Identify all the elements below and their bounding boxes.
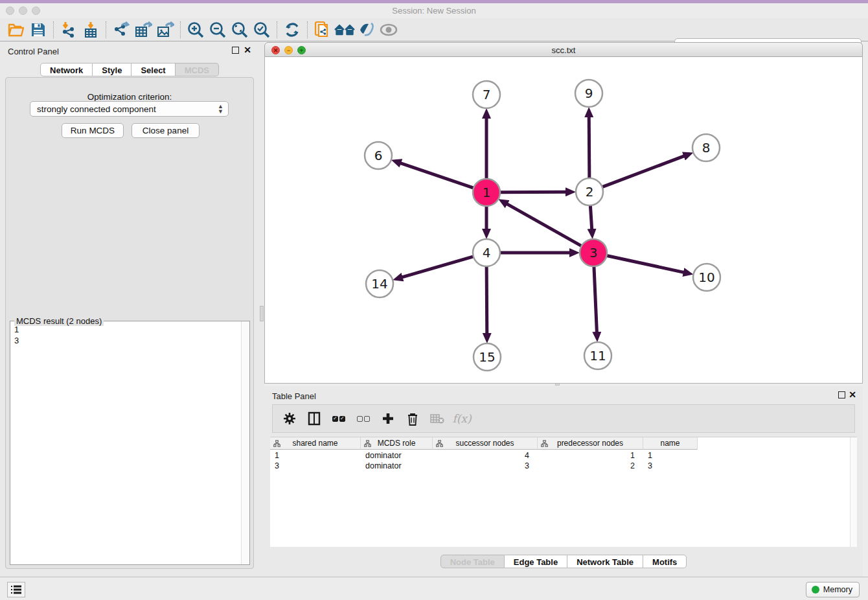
criterion-dropdown[interactable]: strongly connected component ▲▼ xyxy=(30,101,229,117)
graph-node-label: 8 xyxy=(702,140,711,156)
graph-edge-4-15[interactable] xyxy=(486,266,487,334)
fx-icon: f(x) xyxy=(452,412,471,425)
zoom-selected-icon xyxy=(253,21,270,38)
tab-network-table[interactable]: Network Table xyxy=(567,555,643,568)
open-session-button[interactable] xyxy=(5,20,27,40)
tab-node-table[interactable]: Node Table xyxy=(440,555,505,568)
save-session-button[interactable] xyxy=(27,20,49,40)
table-cell[interactable]: 1 xyxy=(270,450,361,461)
first-neighbors-button[interactable] xyxy=(334,20,356,40)
graph-edge-3-11[interactable] xyxy=(594,266,597,333)
run-mcds-button[interactable]: Run MCDS xyxy=(62,123,124,138)
table-panel-tabs: Node TableEdge TableNetwork TableMotifs xyxy=(264,555,863,568)
dropdown-stepper-icon: ▲▼ xyxy=(218,104,223,114)
settings-gear-button[interactable] xyxy=(282,411,297,426)
tab-select[interactable]: Select xyxy=(131,63,175,76)
graph-node-label: 6 xyxy=(374,148,383,163)
graph-edge-3-1[interactable] xyxy=(506,203,581,246)
table-scrollbar[interactable] xyxy=(850,437,857,547)
apply-layout-button[interactable] xyxy=(281,20,303,40)
table-cell[interactable]: 3 xyxy=(643,461,698,471)
close-panel-button[interactable]: Close panel xyxy=(131,123,200,138)
column-header-successor-nodes[interactable]: successor nodes xyxy=(433,437,538,450)
delete-column-button[interactable] xyxy=(405,411,420,426)
table-panel: Table Panel ✕ xyxy=(264,386,863,577)
trash-icon xyxy=(407,412,418,426)
optimization-criterion-label: Optimization criterion: xyxy=(6,92,253,102)
export-network-button[interactable] xyxy=(110,20,132,40)
graph-edge-1-2[interactable] xyxy=(500,192,567,192)
select-all-button[interactable] xyxy=(331,411,347,426)
tab-motifs[interactable]: Motifs xyxy=(643,555,687,568)
zoom-selected-button[interactable] xyxy=(251,20,273,40)
graph-node-label: 14 xyxy=(371,276,387,292)
table-cell[interactable]: 4 xyxy=(433,450,538,461)
graph-edge-2-9[interactable] xyxy=(589,116,589,178)
zoom-fit-button[interactable] xyxy=(229,20,251,40)
mcds-result-line: 3 xyxy=(14,335,236,346)
unselect-all-button[interactable] xyxy=(356,411,371,426)
export-table-button[interactable] xyxy=(132,20,154,40)
import-network-button[interactable] xyxy=(58,20,80,40)
network-graph[interactable]: 7968124314101511 xyxy=(265,57,862,382)
clone-network-button[interactable] xyxy=(312,20,334,40)
network-canvas[interactable]: 7968124314101511 xyxy=(264,57,863,384)
panel-list-button[interactable] xyxy=(7,582,25,597)
network-window-title: scc.txt xyxy=(265,45,862,55)
column-header-shared-name[interactable]: shared name xyxy=(270,437,361,450)
tab-network[interactable]: Network xyxy=(40,63,93,76)
graph-edge-1-6[interactable] xyxy=(400,163,474,188)
memory-button[interactable]: Memory xyxy=(806,582,860,597)
add-column-button[interactable] xyxy=(380,411,396,426)
graph-edge-4-14[interactable] xyxy=(402,257,474,277)
table-cell[interactable]: 3 xyxy=(433,461,538,471)
zoom-in-button[interactable] xyxy=(185,20,207,40)
import-table-button[interactable] xyxy=(80,20,102,40)
toolbar-separator xyxy=(180,21,181,38)
close-panel-icon[interactable]: ✕ xyxy=(244,45,251,55)
result-scrollbar[interactable] xyxy=(241,321,249,564)
table-row[interactable]: 1dominator411 xyxy=(270,450,857,461)
graph-node-label: 9 xyxy=(585,86,593,101)
clone-network-icon xyxy=(314,21,331,39)
import-table-icon xyxy=(82,21,99,38)
float-panel-icon[interactable] xyxy=(838,391,845,398)
graph-node-label: 10 xyxy=(698,270,714,285)
column-header-predecessor-nodes[interactable]: predecessor nodes xyxy=(538,437,643,450)
table-cell[interactable]: 3 xyxy=(270,461,361,471)
function-builder-button[interactable]: f(x) xyxy=(454,411,470,426)
toolbar-separator xyxy=(106,21,106,38)
memory-status-dot xyxy=(812,586,819,594)
export-image-button[interactable] xyxy=(154,20,176,40)
delete-table-icon xyxy=(430,413,444,424)
mcds-result-values[interactable]: 13 xyxy=(10,323,240,564)
show-style-button[interactable] xyxy=(356,20,378,40)
tab-mcds[interactable]: MCDS xyxy=(176,63,219,76)
show-columns-button[interactable] xyxy=(306,411,322,426)
graph-edge-3-10[interactable] xyxy=(607,255,685,272)
table-cell[interactable]: dominator xyxy=(361,461,433,471)
table-cell[interactable]: 2 xyxy=(538,461,643,471)
float-panel-icon[interactable] xyxy=(232,47,239,54)
table-row[interactable]: 3dominator323 xyxy=(270,461,857,471)
table-cell[interactable]: 1 xyxy=(643,450,698,461)
splitter-grip[interactable] xyxy=(260,306,264,321)
table-cell[interactable]: dominator xyxy=(361,450,433,461)
show-hide-graphics-button[interactable] xyxy=(378,20,400,40)
column-header-MCDS-role[interactable]: MCDS role xyxy=(361,437,433,450)
zoom-out-button[interactable] xyxy=(207,20,229,40)
tab-edge-table[interactable]: Edge Table xyxy=(505,555,567,568)
table-cell[interactable]: 1 xyxy=(538,450,643,461)
export-network-icon xyxy=(113,21,130,38)
graph-edge-2-8[interactable] xyxy=(602,156,685,187)
column-header-name[interactable]: name xyxy=(643,437,698,450)
status-bar: Memory xyxy=(0,577,868,600)
graph-edge-2-3[interactable] xyxy=(590,205,591,230)
delete-table-button[interactable] xyxy=(429,411,445,426)
tab-style[interactable]: Style xyxy=(93,63,131,76)
close-panel-icon[interactable]: ✕ xyxy=(849,389,856,400)
network-window-titlebar[interactable]: ✕ − + scc.txt xyxy=(264,42,863,57)
vertical-splitter[interactable] xyxy=(259,41,264,577)
refresh-layout-icon xyxy=(284,22,300,38)
unchecked-box-icon xyxy=(364,416,370,422)
